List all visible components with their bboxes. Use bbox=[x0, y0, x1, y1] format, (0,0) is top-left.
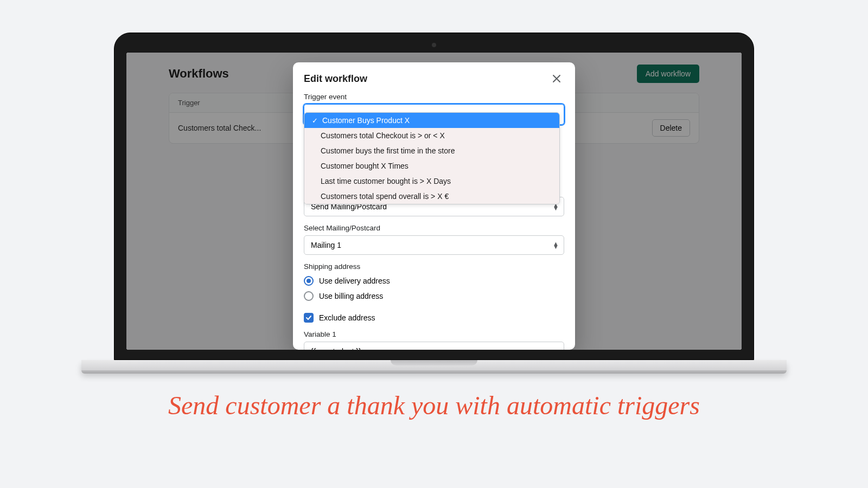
modal-title: Edit workflow bbox=[304, 73, 367, 85]
checkbox-icon bbox=[304, 313, 314, 323]
laptop-bezel: Workflows Add workflow Trigger Customers… bbox=[114, 33, 754, 360]
trigger-option[interactable]: Customer Buys Product X bbox=[304, 113, 559, 128]
camera-dot bbox=[432, 43, 436, 47]
shipping-address-label: Shipping address bbox=[304, 262, 564, 271]
screen: Workflows Add workflow Trigger Customers… bbox=[126, 53, 742, 350]
edit-workflow-modal: Edit workflow Trigger event Customer Buy… bbox=[293, 62, 575, 350]
trigger-option[interactable]: Customer buys the first time in the stor… bbox=[304, 143, 559, 158]
trigger-event-label: Trigger event bbox=[304, 93, 564, 101]
laptop-base bbox=[81, 360, 787, 372]
radio-billing[interactable]: Use billing address bbox=[304, 291, 564, 301]
radio-delivery[interactable]: Use delivery address bbox=[304, 276, 564, 286]
radio-icon bbox=[304, 291, 314, 301]
radio-delivery-label: Use delivery address bbox=[319, 277, 390, 285]
radio-billing-label: Use billing address bbox=[319, 292, 383, 300]
variable-1-label: Variable 1 bbox=[304, 330, 564, 338]
modal-body: Trigger event Customer Buys Product X Cu… bbox=[293, 93, 575, 350]
trigger-option[interactable]: Customer bought X Times bbox=[304, 158, 559, 174]
trigger-option[interactable]: Customers total Checkout is > or < X bbox=[304, 128, 559, 143]
exclude-address-label: Exclude address bbox=[319, 313, 375, 322]
mailing-value: Mailing 1 bbox=[311, 241, 341, 249]
radio-icon bbox=[304, 276, 314, 286]
trigger-option[interactable]: Last time customer bought is > X Days bbox=[304, 174, 559, 189]
variable-1-input[interactable] bbox=[304, 342, 564, 350]
trigger-event-dropdown: Customer Buys Product X Customers total … bbox=[304, 112, 560, 204]
close-button[interactable] bbox=[549, 71, 564, 86]
marketing-caption: Send customer a thank you with automatic… bbox=[0, 390, 868, 420]
exclude-address-checkbox[interactable]: Exclude address bbox=[304, 313, 564, 323]
mailing-select[interactable]: Mailing 1 bbox=[304, 235, 564, 255]
chevron-updown-icon: ▲▼ bbox=[553, 242, 559, 248]
trigger-option[interactable]: Customers total spend overall is > X € bbox=[304, 189, 559, 204]
select-mailing-label: Select Mailing/Postcard bbox=[304, 224, 564, 232]
close-icon bbox=[552, 74, 561, 84]
laptop-frame: Workflows Add workflow Trigger Customers… bbox=[114, 33, 754, 372]
